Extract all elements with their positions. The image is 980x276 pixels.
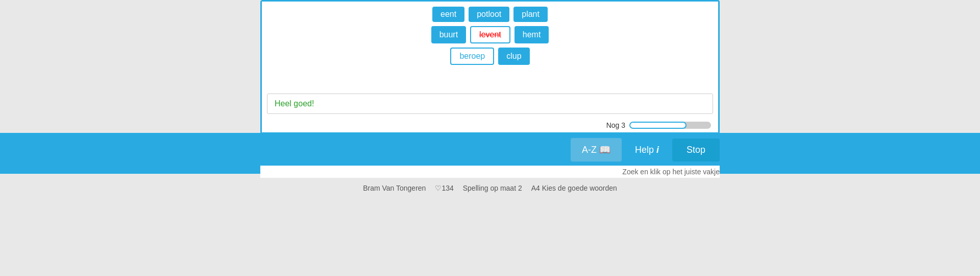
word-row-1: eent potloot plant [432,7,548,22]
word-button-plant[interactable]: plant [513,7,548,22]
word-button-hemt[interactable]: hemt [514,26,549,43]
book-icon: 📖 [599,145,610,155]
word-button-buurt[interactable]: buurt [431,26,466,43]
hint-text: Zoek en klik op het juiste vakje [622,168,720,176]
az-label: A-Z [582,145,599,155]
feedback-text: Heel goed! [275,99,314,108]
footer-subject: Spelling op maat 2 [463,184,522,192]
word-button-beroep[interactable]: beroep [450,48,494,65]
words-area: eent potloot plant buurt levent hemt ber… [262,2,718,94]
word-button-potloot[interactable]: potloot [469,7,509,22]
az-button[interactable]: A-Z 📖 [571,138,622,162]
help-button[interactable]: Help i [624,139,670,162]
bottom-buttons-row: A-Z 📖 Help i Stop [260,134,720,166]
word-button-clup[interactable]: clup [498,48,529,65]
footer-user: Bram Van Tongeren [363,184,426,192]
progress-bar-fill [629,122,687,129]
info-icon: i [656,145,659,155]
word-button-eent[interactable]: eent [432,7,464,22]
hint-container: Zoek en klik op het juiste vakje [260,166,720,178]
progress-row: Nog 3 [262,119,718,132]
help-label: Help [635,145,654,155]
progress-label: Nog 3 [606,121,625,129]
word-row-3: beroep clup [450,48,529,65]
word-button-levent[interactable]: levent [470,26,510,43]
progress-bar-background [629,122,711,129]
word-row-2: buurt levent hemt [431,26,549,43]
main-card: eent potloot plant buurt levent hemt ber… [260,0,720,134]
footer-hearts: ♡134 [435,184,453,192]
stop-button[interactable]: Stop [672,139,720,162]
feedback-bar: Heel goed! [267,94,713,114]
footer: Bram Van Tongeren ♡134 Spelling op maat … [0,184,980,192]
footer-activity: A4 Kies de goede woorden [531,184,617,192]
